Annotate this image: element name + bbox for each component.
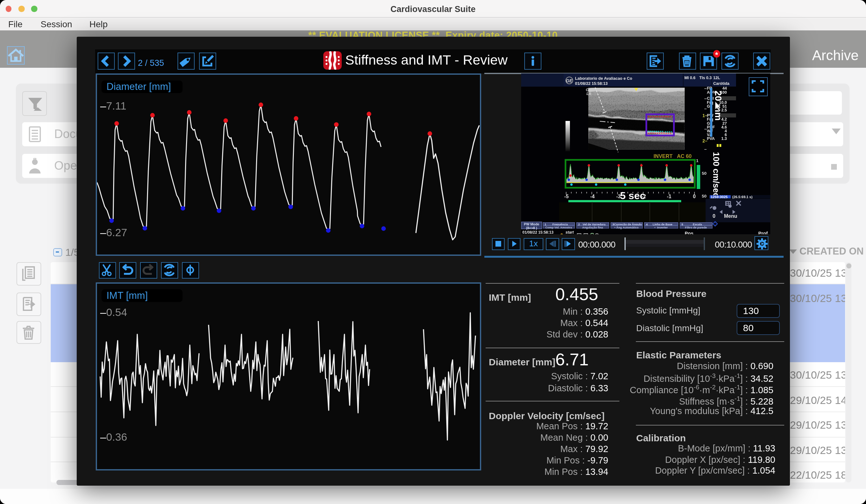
svg-text:Le: Le bbox=[586, 91, 591, 95]
svg-text:-1: -1 bbox=[667, 193, 671, 199]
svg-text:(26.5:69.1 s): (26.5:69.1 s) bbox=[732, 195, 753, 198]
svg-text:-4: -4 bbox=[590, 193, 595, 199]
svg-text:1259:3025: 1259:3025 bbox=[711, 195, 728, 198]
svg-text:Menu: Menu bbox=[724, 213, 737, 218]
svg-text:100 cm/sec: 100 cm/sec bbox=[711, 152, 721, 197]
svg-text:INVERT AC 60: INVERT AC 60 bbox=[654, 153, 692, 159]
svg-text:1: 1 bbox=[696, 158, 699, 163]
svg-text:5 sec: 5 sec bbox=[620, 190, 645, 201]
svg-text:PVA: PVA bbox=[707, 136, 715, 140]
svg-text:0: 0 bbox=[693, 193, 696, 199]
svg-text:50: 50 bbox=[702, 171, 707, 175]
svg-text:44: 44 bbox=[722, 86, 727, 90]
svg-text:50: 50 bbox=[702, 193, 707, 198]
svg-text:1.3: 1.3 bbox=[721, 136, 727, 140]
svg-text:0: 0 bbox=[713, 213, 715, 218]
svg-text:-5: -5 bbox=[564, 193, 569, 199]
